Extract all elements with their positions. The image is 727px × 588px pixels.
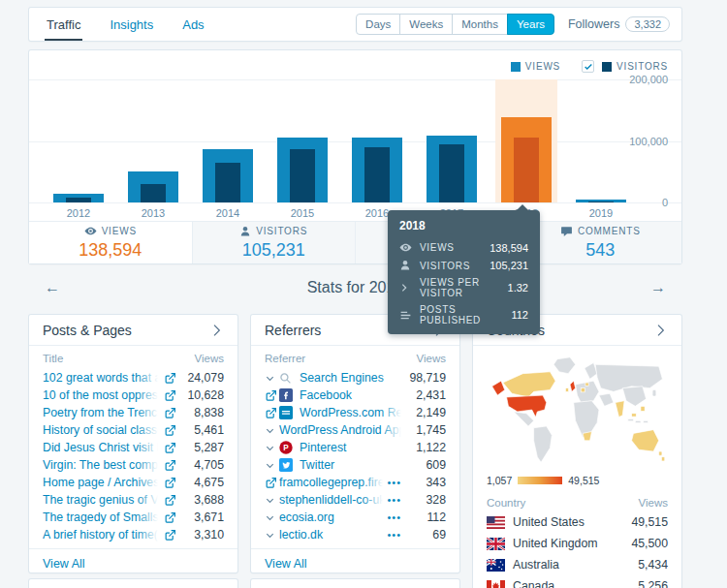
bar-visitors-2016[interactable] [364,147,390,202]
period-button-weeks[interactable]: Weeks [399,14,453,35]
post-title-link[interactable]: A brief history of time(zones) or why d [43,528,158,542]
bar-visitors-2019[interactable] [588,201,614,202]
post-views-value: 4,675 [179,476,224,489]
referrer-views-value: 328 [401,493,446,507]
facebook-icon [279,388,295,402]
prev-period-arrow[interactable]: ← [45,279,60,296]
chevron-down-icon[interactable] [265,425,279,436]
referrer-views-value: 343 [401,476,446,489]
heat-gradient-bar [518,477,562,484]
table-row: Canada5,256 [473,575,681,588]
referrer-link[interactable]: Search Engines [300,371,401,385]
post-title-link[interactable]: 102 great words that aren't in English [43,371,158,385]
stat-tab-label: COMMENTS [560,225,641,237]
comment-icon [560,225,573,237]
bar-visitors-2017[interactable] [439,144,464,202]
referrer-link[interactable]: ecosia.org [279,511,383,524]
post-title-link[interactable]: Did Jesus Christ visit England? [43,441,158,454]
table-row: United States49,515 [473,511,681,533]
post-title-link[interactable]: Poetry from the Trenches [43,406,158,419]
bar-visitors-2015[interactable] [290,149,315,202]
bar-visitors-2014[interactable] [215,163,240,202]
table-row: United Kingdom45,500 [473,533,681,554]
referrer-link[interactable]: WordPress Android App [279,423,401,437]
referrer-link[interactable]: WordPress.com Reader [300,406,401,419]
external-link-icon[interactable] [265,477,279,489]
chevron-down-icon[interactable] [265,443,279,453]
table-row: ecosia.org•••112 [251,509,459,526]
post-title-link[interactable]: 10 of the most oppressed minorities ar [43,388,158,402]
referrer-link[interactable]: lectio.dk [279,528,383,542]
twitter-icon [279,458,295,472]
post-title-link[interactable]: The tragic genius of Vincent van Gogh [43,493,158,507]
period-button-years[interactable]: Years [507,14,554,35]
column-views: Views [195,353,224,364]
referrer-views-value: 2,431 [401,388,446,402]
navbar-controls: DaysWeeksMonthsYears Followers 3,332 [356,14,670,35]
legend-item-views: VIEWS [511,61,560,72]
countries-list: United States49,515United Kingdom45,500A… [473,511,681,588]
chevron-right-icon[interactable] [652,323,668,338]
world-map-heatmap[interactable] [473,346,681,472]
external-link-icon[interactable] [265,407,279,419]
followers-link[interactable]: Followers 3,332 [568,16,670,32]
chevron-down-icon[interactable] [265,495,279,506]
bar-visitors-2018[interactable] [514,138,539,202]
view-all-link[interactable]: View All [29,548,237,578]
chevron-down-icon[interactable] [265,512,279,523]
referrer-link[interactable]: Facebook [300,388,401,402]
stat-tab-label-text: VISITORS [256,226,307,236]
nav-tab-insights[interactable]: Insights [108,8,155,41]
referrer-link[interactable]: stephenliddell-co-uk.cdn.amp [279,493,383,507]
post-title-link[interactable]: Virgin: The best complaint letter in the [43,458,158,472]
next-period-arrow[interactable]: → [650,279,666,296]
next-card-sliver [251,579,459,588]
tooltip-row-value: 112 [511,309,528,321]
views-tab[interactable]: VIEWS138,594 [29,222,192,263]
bar-visitors-2012[interactable] [66,198,91,202]
external-link-icon [164,459,178,472]
post-title-link[interactable]: History of social classes and does cla [43,423,158,437]
tooltip-title: 2018 [388,217,540,238]
external-link-icon[interactable] [265,389,279,402]
referrer-link[interactable]: Twitter [300,458,401,472]
post-views-value: 3,688 [179,493,224,507]
tooltip-row-label: VISITORS [420,261,483,271]
posts-icon [399,309,413,322]
nav-tab-traffic[interactable]: Traffic [45,8,82,41]
external-link-icon [164,477,178,489]
chevron-down-icon[interactable] [265,530,279,541]
visitors-legend-checkbox[interactable] [582,60,594,73]
external-link-icon [164,372,178,385]
post-title-link[interactable]: Home page / Archives [43,476,158,489]
chevron-right-icon[interactable] [208,323,224,338]
referrer-link[interactable]: Pinterest [300,441,401,454]
view-all-link[interactable]: View All [251,548,459,578]
post-views-value: 3,671 [179,511,224,524]
ellipsis-icon[interactable]: ••• [387,511,401,523]
visitors-tab[interactable]: VISITORS105,231 [192,222,356,263]
tooltip-row-value: 138,594 [490,242,528,254]
flag-gb [487,538,505,550]
column-country: Country [487,497,525,509]
legend-label: VIEWS [525,61,560,72]
bar-visitors-2013[interactable] [141,184,166,202]
flag-ca [487,580,505,588]
country-name: Canada [513,579,623,588]
ellipsis-icon[interactable]: ••• [387,494,401,506]
period-button-days[interactable]: Days [356,14,400,35]
nav-tab-ads[interactable]: Ads [180,8,205,41]
ellipsis-icon[interactable]: ••• [387,529,401,541]
comments-tab[interactable]: COMMENTS543 [519,222,682,263]
referrer-link[interactable]: framcollegeprep.fireflycloud.ne [279,476,383,489]
ellipsis-icon[interactable]: ••• [387,477,401,488]
table-row: Australia5,434 [473,554,681,575]
chevron-down-icon[interactable] [265,460,279,471]
column-headers: Country Views [473,490,681,511]
table-row: Did Jesus Christ visit England?5,287 [29,439,237,456]
chevron-down-icon[interactable] [265,373,279,384]
post-title-link[interactable]: The tragedy of Smalls Lighthouse [43,511,158,524]
referrer-views-value: 1,745 [401,423,446,437]
period-button-months[interactable]: Months [452,14,508,35]
table-row: lectio.dk•••69 [251,526,459,543]
